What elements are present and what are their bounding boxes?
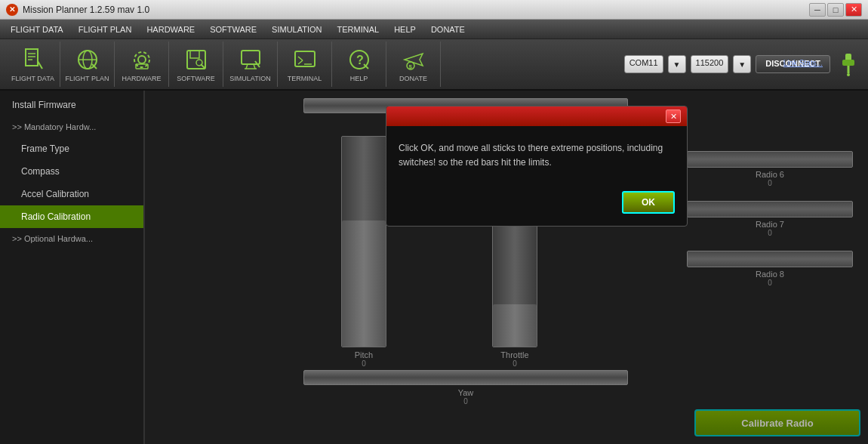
toolbar-label-terminal: TERMINAL [288, 75, 322, 82]
close-button[interactable]: ✕ [845, 3, 862, 17]
dialog-message: Click OK, and move all sticks to there e… [386, 126, 687, 185]
toolbar-hardware[interactable]: HARDWARE [115, 42, 169, 87]
app-icon: ✕ [6, 4, 18, 16]
svg-point-9 [138, 56, 146, 63]
toolbar-simulation[interactable]: SIMULATION [223, 42, 278, 87]
menu-terminal[interactable]: TERMINAL [330, 23, 387, 36]
toolbar-terminal[interactable]: TERMINAL [278, 42, 332, 87]
menu-flight-data[interactable]: FLIGHT DATA [3, 23, 71, 36]
svg-line-23 [298, 60, 303, 64]
maximize-button[interactable]: □ [827, 3, 844, 17]
toolbar-help[interactable]: ? HELP [332, 42, 386, 87]
dialog-ok-button[interactable]: OK [622, 191, 675, 214]
toolbar-label-flight-data: FLIGHT DATA [11, 75, 54, 82]
sidebar: Install Firmware >> Mandatory Hardw... F… [0, 91, 145, 444]
toolbar-label-hardware: HARDWARE [122, 75, 161, 82]
svg-line-22 [298, 57, 303, 60]
gear-cog-icon [128, 46, 155, 73]
plane-coin-icon: $ [400, 46, 427, 73]
toolbar-software[interactable]: SOFTWARE [169, 42, 223, 87]
title-bar: ✕ Mission Planner 1.2.59 mav 1.0 ─ □ ✕ [0, 0, 868, 20]
toolbar-flight-data[interactable]: FLIGHT DATA [6, 42, 60, 87]
svg-rect-32 [842, 60, 854, 66]
sidebar-item-frame-type[interactable]: Frame Type [0, 137, 143, 160]
terminal-icon [291, 46, 319, 73]
sidebar-item-radio-calibration[interactable]: Radio Calibration [0, 205, 143, 228]
sidebar-item-mandatory-hardware[interactable]: >> Mandatory Hardw... [0, 116, 143, 137]
svg-rect-0 [26, 49, 38, 66]
toolbar-label-software: SOFTWARE [177, 75, 215, 82]
dialog-title-bar: ✕ [386, 106, 687, 126]
content-area: Roll 0 Pitch 0 Throttle 0 Yaw 0 [145, 91, 868, 444]
disk-icon [183, 46, 210, 73]
menu-hardware[interactable]: HARDWARE [139, 23, 202, 36]
toolbar-label-flight-plan: FLIGHT PLAN [66, 75, 109, 82]
menu-help[interactable]: HELP [386, 23, 423, 36]
monitor-icon [237, 46, 264, 73]
window-controls: ─ □ ✕ [809, 3, 862, 17]
sidebar-item-accel-calibration[interactable]: Accel Calibration [0, 183, 143, 205]
main-content: Install Firmware >> Mandatory Hardw... F… [0, 91, 868, 444]
svg-rect-13 [190, 51, 199, 58]
toolbar-donate[interactable]: $ DONATE [386, 42, 441, 87]
baud-dropdown[interactable]: ▼ [733, 55, 751, 73]
menu-software[interactable]: SOFTWARE [202, 23, 264, 36]
toolbar: FLIGHT DATA FLIGHT PLAN HARDWARE [0, 39, 868, 91]
toolbar-label-simulation: SIMULATION [229, 75, 270, 82]
svg-text:?: ? [356, 54, 364, 66]
menu-bar: FLIGHT DATA FLIGHT PLAN HARDWARE SOFTWAR… [0, 20, 868, 39]
dialog-overlay: ✕ Click OK, and move all sticks to there… [145, 91, 868, 444]
dialog-footer: OK [386, 185, 687, 226]
baud-select[interactable]: 115200 [691, 55, 729, 73]
svg-point-34 [847, 73, 850, 76]
help-icon: ? [346, 46, 373, 73]
menu-simulation[interactable]: SIMULATION [264, 23, 329, 36]
link-stats-link[interactable]: Link Stats... [783, 59, 823, 67]
com-port-dropdown[interactable]: ▼ [668, 55, 686, 73]
com-port-select[interactable]: COM11 [624, 55, 663, 73]
sidebar-item-install-firmware[interactable]: Install Firmware [0, 94, 143, 116]
window-title: Mission Planner 1.2.59 mav 1.0 [23, 5, 809, 15]
menu-donate[interactable]: DONATE [423, 23, 472, 36]
sidebar-item-compass[interactable]: Compass [0, 160, 143, 183]
minimize-button[interactable]: ─ [809, 3, 826, 17]
toolbar-flight-plan[interactable]: FLIGHT PLAN [60, 42, 115, 87]
document-icon [20, 46, 47, 73]
menu-flight-plan[interactable]: FLIGHT PLAN [71, 23, 140, 36]
plug-icon [835, 51, 862, 78]
dialog: ✕ Click OK, and move all sticks to there… [386, 106, 688, 227]
connection-area: COM11 ▼ 115200 ▼ DISCONNECT [624, 51, 862, 78]
sidebar-item-optional-hardware[interactable]: >> Optional Hardwa... [0, 228, 143, 249]
globe-icon [74, 46, 101, 73]
toolbar-label-help: HELP [350, 75, 368, 82]
svg-text:$: $ [408, 63, 412, 70]
svg-rect-16 [242, 51, 260, 64]
toolbar-label-donate: DONATE [399, 75, 427, 82]
svg-point-10 [134, 52, 149, 67]
dialog-close-button[interactable]: ✕ [666, 109, 681, 123]
